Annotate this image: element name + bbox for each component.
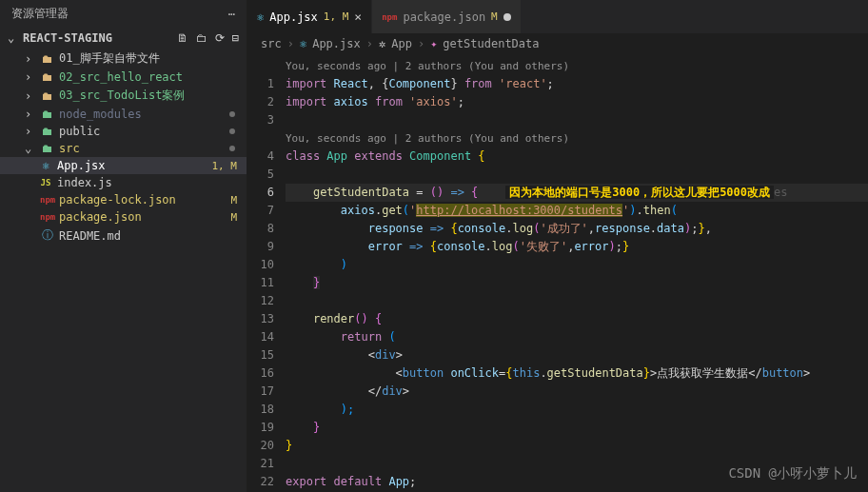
main: ⚛ App.jsx 1, M × npm package.json M src›… xyxy=(247,0,868,492)
project-name: REACT-STAGING xyxy=(23,31,112,45)
method-icon: ✦ xyxy=(430,37,437,50)
class-icon: ✲ xyxy=(379,37,385,50)
code-area[interactable]: You, seconds ago | 2 authors (You and ot… xyxy=(286,54,868,492)
react-icon: ⚛ xyxy=(257,10,264,24)
tree-item-app[interactable]: ⚛App.jsx1, M xyxy=(0,157,247,174)
tree-item[interactable]: ›🖿01_脚手架自带文件 xyxy=(0,49,247,69)
npm-icon: npm xyxy=(382,12,397,22)
gutter: 12345678910111213141516171819202122 xyxy=(247,54,286,492)
sidebar: 资源管理器 ⋯ ⌄ REACT-STAGING 🗎 🗀 ⟳ ⊟ ›🖿01_脚手架… xyxy=(0,0,247,492)
close-icon[interactable]: × xyxy=(354,10,362,24)
tree-item[interactable]: ›🖿public xyxy=(0,123,247,140)
tree-item[interactable]: npmpackage.jsonM xyxy=(0,208,247,226)
breadcrumb[interactable]: src› ⚛App.jsx› ✲App› ✦getStudentData xyxy=(247,33,868,54)
modified-dot-icon[interactable] xyxy=(503,13,511,21)
more-icon[interactable]: ⋯ xyxy=(228,8,235,21)
sidebar-header: 资源管理器 ⋯ xyxy=(0,0,247,28)
refresh-icon[interactable]: ⟳ xyxy=(215,31,225,45)
tree-item[interactable]: ⌄🖿src xyxy=(0,140,247,157)
new-file-icon[interactable]: 🗎 xyxy=(177,31,188,45)
project-actions: 🗎 🗀 ⟳ ⊟ xyxy=(177,31,239,45)
file-tree: ›🖿01_脚手架自带文件 ›🖿02_src_hello_react ›🖿03_s… xyxy=(0,49,247,492)
sidebar-title: 资源管理器 xyxy=(11,6,69,22)
tree-item[interactable]: JSindex.js xyxy=(0,174,247,191)
watermark: CSDN @小呀小萝卜儿 xyxy=(728,464,857,482)
codelens[interactable]: You, seconds ago | 2 authors (You and ot… xyxy=(286,129,868,148)
project-header[interactable]: ⌄ REACT-STAGING 🗎 🗀 ⟳ ⊟ xyxy=(0,28,247,49)
tree-item[interactable]: ›🖿03_src_TodoList案例 xyxy=(0,86,247,106)
tree-item[interactable]: ›🖿02_src_hello_react xyxy=(0,69,247,86)
chevron-down-icon: ⌄ xyxy=(8,31,19,45)
react-icon: ⚛ xyxy=(300,37,306,50)
tab-app[interactable]: ⚛ App.jsx 1, M × xyxy=(247,0,372,33)
collapse-icon[interactable]: ⊟ xyxy=(232,31,239,45)
new-folder-icon[interactable]: 🗀 xyxy=(196,31,207,45)
annotation: 因为本地的端口号是3000，所以这儿要把5000改成 xyxy=(505,186,774,199)
tabs: ⚛ App.jsx 1, M × npm package.json M xyxy=(247,0,868,33)
tree-item[interactable]: ›🖿node_modules xyxy=(0,106,247,123)
tab-package[interactable]: npm package.json M xyxy=(372,0,522,33)
editor[interactable]: 12345678910111213141516171819202122 You,… xyxy=(247,54,868,492)
codelens[interactable]: You, seconds ago | 2 authors (You and ot… xyxy=(286,57,868,75)
tree-item[interactable]: ⓘREADME.md xyxy=(0,226,247,246)
tree-item[interactable]: npmpackage-lock.jsonM xyxy=(0,191,247,208)
